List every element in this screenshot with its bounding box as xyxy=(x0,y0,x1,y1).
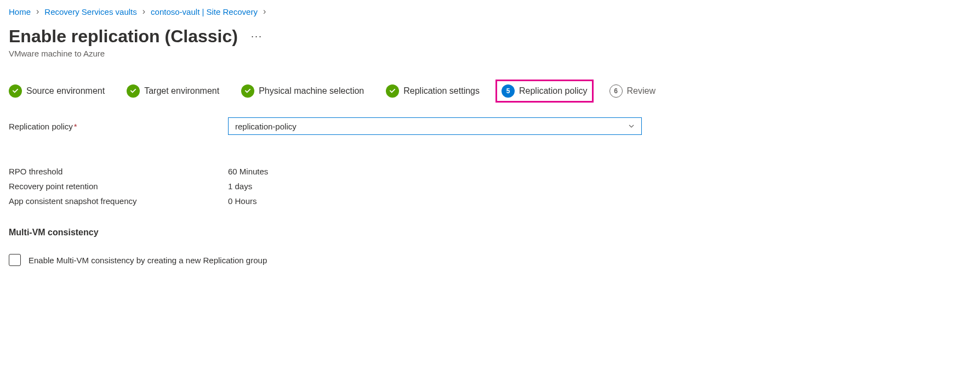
wizard-step-physical[interactable]: Physical machine selection xyxy=(241,84,364,98)
breadcrumb-vault[interactable]: contoso-vault | Site Recovery xyxy=(151,7,258,16)
required-indicator: * xyxy=(74,122,77,131)
check-icon xyxy=(9,84,22,98)
dropdown-value: replication-policy xyxy=(235,122,297,131)
check-icon xyxy=(386,84,399,98)
snapshot-label: App consistent snapshot frequency xyxy=(9,196,228,206)
rpo-threshold-label: RPO threshold xyxy=(9,167,228,176)
retention-label: Recovery point retention xyxy=(9,182,228,191)
step-label: Replication settings xyxy=(403,86,480,96)
replication-policy-label: Replication policy* xyxy=(9,122,228,131)
check-icon xyxy=(241,84,254,98)
step-label: Review xyxy=(627,86,656,96)
retention-value: 1 days xyxy=(228,182,252,191)
more-actions-button[interactable]: ··· xyxy=(251,31,263,42)
breadcrumb: Home › Recovery Services vaults › contos… xyxy=(9,7,971,16)
page-subtitle: VMware machine to Azure xyxy=(9,49,971,58)
wizard-step-replication-settings[interactable]: Replication settings xyxy=(386,84,480,98)
rpo-threshold-value: 60 Minutes xyxy=(228,167,268,176)
step-label: Target environment xyxy=(144,86,219,96)
replication-policy-dropdown[interactable]: replication-policy xyxy=(228,117,642,135)
step-number-icon: 6 xyxy=(609,84,623,98)
step-number-icon: 5 xyxy=(502,84,515,98)
wizard-step-source[interactable]: Source environment xyxy=(9,84,105,98)
breadcrumb-home[interactable]: Home xyxy=(9,7,31,16)
page-title: Enable replication (Classic) xyxy=(9,26,238,47)
snapshot-value: 0 Hours xyxy=(228,196,257,206)
wizard-step-target[interactable]: Target environment xyxy=(127,84,219,98)
multivm-section-title: Multi-VM consistency xyxy=(9,228,971,237)
wizard-steps: Source environment Target environment Ph… xyxy=(9,84,971,98)
check-icon xyxy=(127,84,140,98)
step-label: Replication policy xyxy=(519,86,588,96)
step-label: Source environment xyxy=(26,86,105,96)
breadcrumb-rsv[interactable]: Recovery Services vaults xyxy=(44,7,136,16)
wizard-step-replication-policy[interactable]: 5 Replication policy xyxy=(495,80,594,103)
chevron-down-icon xyxy=(628,122,635,131)
step-label: Physical machine selection xyxy=(259,86,364,96)
chevron-right-icon: › xyxy=(143,7,145,16)
chevron-right-icon: › xyxy=(36,7,39,16)
multivm-checkbox[interactable] xyxy=(9,254,21,266)
multivm-checkbox-label[interactable]: Enable Multi-VM consistency by creating … xyxy=(29,256,267,265)
wizard-step-review[interactable]: 6 Review xyxy=(609,84,656,98)
chevron-right-icon: › xyxy=(263,7,266,16)
